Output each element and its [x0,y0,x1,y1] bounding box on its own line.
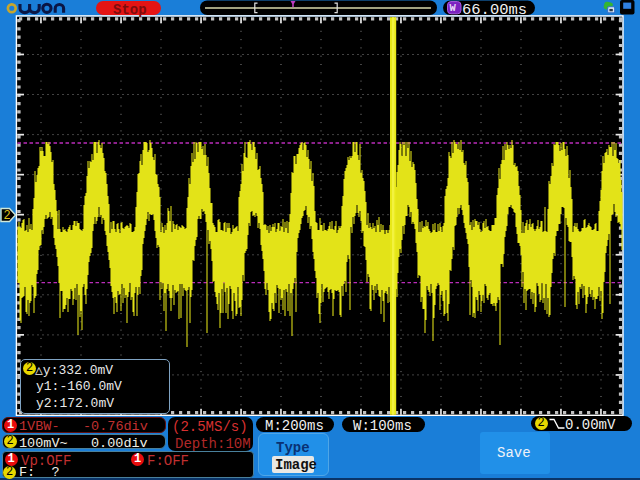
svg-text:2: 2 [4,209,11,223]
svg-text:W: W [450,2,457,14]
